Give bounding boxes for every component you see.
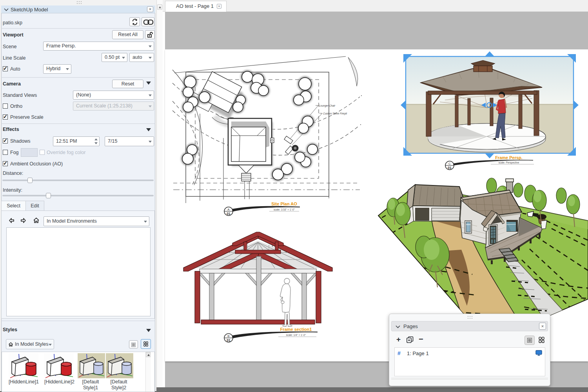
svg-text:01: 01 (227, 338, 230, 342)
svg-text:Custom Stone Firepit: Custom Stone Firepit (323, 112, 347, 115)
svg-text:Frame section1: Frame section1 (280, 327, 312, 332)
svg-text:C: C (448, 162, 451, 165)
svg-text:01: 01 (227, 212, 230, 216)
svg-text:A: A (227, 208, 230, 211)
svg-text:01: 01 (448, 166, 452, 170)
svg-text:scale: 1/16" = 1'-0": scale: 1/16" = 1'-0" (274, 208, 295, 211)
svg-text:scale: Perspective: scale: Perspective (499, 161, 519, 164)
svg-text:scale: 1/4" = 1'-0": scale: 1/4" = 1'-0" (286, 334, 306, 336)
svg-text:Site Plan AO: Site Plan AO (271, 201, 297, 206)
svg-text:B: B (227, 334, 229, 338)
svg-text:Frame Persp.: Frame Persp. (495, 155, 523, 160)
svg-text:Lounger Chair: Lounger Chair (319, 104, 336, 107)
